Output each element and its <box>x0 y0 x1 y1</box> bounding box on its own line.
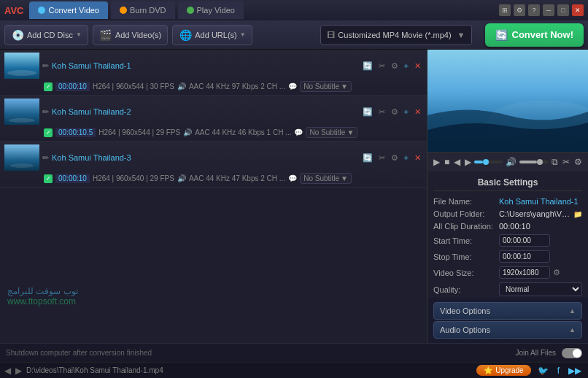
subtitle-selector-2[interactable]: No Subtitle ▼ <box>306 127 357 138</box>
convert-now-button[interactable]: 🔄 Convert Now! <box>485 23 584 47</box>
quality-label: Quality: <box>433 285 499 294</box>
add-cd-label: Add CD Disc <box>27 31 73 39</box>
stop-time-label: Stop Time: <box>433 252 499 261</box>
checkbox-3[interactable]: ✓ <box>44 174 53 183</box>
refresh-icon-3[interactable]: 🔄 <box>361 153 374 163</box>
progress-bar[interactable] <box>474 161 503 163</box>
audio-options-button[interactable]: Audio Options ▲ <box>433 321 582 339</box>
subtitle-icon-1: 💬 <box>288 82 297 90</box>
subtitle-selector-1[interactable]: No Subtitle ▼ <box>300 81 352 92</box>
cut-icon-3[interactable]: ✂ <box>377 153 387 163</box>
gear-icon[interactable]: ⚙ <box>514 4 525 16</box>
file-list: ✏ Koh Samui Thailand-1 🔄 ✂ ⚙ + ✕ ✓ 00:00… <box>0 50 428 343</box>
output-folder-label: Output Folder: <box>433 209 499 218</box>
file-name-3: Koh Samui Thailand-3 <box>52 153 131 162</box>
stop-button[interactable]: ■ <box>443 155 451 169</box>
file-thumbnail-3 <box>4 144 39 171</box>
start-time-label: Start Time: <box>433 236 499 245</box>
join-toggle[interactable] <box>562 348 582 358</box>
audio-3: AAC 44 KHz 47 Kbps 2 CH ... <box>189 174 285 182</box>
preview-image <box>428 50 588 152</box>
add-url-button[interactable]: 🌐 Add URL(s) ▼ <box>172 25 252 45</box>
upgrade-button[interactable]: ⭐ Upgrade <box>476 365 530 376</box>
settings-panel: Basic Settings File Name: Koh Samui Thai… <box>428 171 588 298</box>
format-selector[interactable]: 🎞 Customized MP4 Movie (*.mp4) ▼ <box>320 25 471 45</box>
grid-icon[interactable]: ⊞ <box>499 4 511 16</box>
add-icon-1[interactable]: + <box>403 61 410 71</box>
film-icon: 🎞 <box>327 31 335 39</box>
watermark-arabic: توب سوفت للبرامج <box>7 286 78 296</box>
window-controls: ⊞ ⚙ ? ─ □ ✕ <box>499 4 584 16</box>
add-url-dropdown-icon: ▼ <box>240 31 246 38</box>
edit-icon-1: ✏ <box>42 61 49 71</box>
crop-icon[interactable]: ✂ <box>561 155 571 169</box>
refresh-icon-2[interactable]: 🔄 <box>361 107 374 117</box>
folder-browse-button[interactable]: 📁 <box>573 210 582 218</box>
copy-icon[interactable]: ⧉ <box>550 155 560 169</box>
next-frame-button[interactable]: ▶ <box>463 155 473 169</box>
remove-icon-1[interactable]: ✕ <box>413 61 422 72</box>
forward-button[interactable]: ▶▶ <box>566 366 584 376</box>
scissors-icon-1[interactable]: ⚙ <box>390 61 400 72</box>
refresh-icon-1[interactable]: 🔄 <box>361 61 374 72</box>
svg-point-3 <box>9 118 35 123</box>
duration-1: 00:00:10 <box>55 82 90 91</box>
preview-controls: ▶ ■ ◀ ▶ 🔊 ⧉ ✂ ⚙ <box>428 152 588 171</box>
add-url-icon: 🌐 <box>179 28 192 42</box>
convert-now-label: Convert Now! <box>512 29 574 40</box>
add-video-button[interactable]: 🎬 Add Video(s) <box>93 25 168 45</box>
video-size-gear-icon[interactable]: ⚙ <box>553 268 560 277</box>
minimize-icon[interactable]: ─ <box>543 4 554 16</box>
start-time-row: Start Time: <box>433 234 582 247</box>
stop-time-input[interactable] <box>499 250 550 263</box>
remove-icon-2[interactable]: ✕ <box>413 107 422 117</box>
all-clip-duration-row: All Clip Duration: 00:00:10 <box>433 222 582 231</box>
start-time-input[interactable] <box>499 234 550 247</box>
checkbox-1[interactable]: ✓ <box>44 82 53 91</box>
all-clip-duration-value: 00:00:10 <box>499 222 582 231</box>
twitter-button[interactable]: 🐦 <box>535 366 551 376</box>
scissors-icon-2[interactable]: ⚙ <box>390 107 400 117</box>
remove-icon-3[interactable]: ✕ <box>413 153 422 163</box>
audio-2: AAC 44 KHz 46 Kbps 1 CH ... <box>195 128 291 136</box>
next-nav-button[interactable]: ▶ <box>15 366 22 376</box>
subtitle-icon-3: 💬 <box>288 174 297 182</box>
question-icon[interactable]: ? <box>528 4 540 16</box>
tab-burn-dvd[interactable]: Burn DVD <box>111 1 175 19</box>
tab-convert-video[interactable]: Convert Video <box>29 1 108 19</box>
codec-2: H264 | 960x544 | 29 FPS <box>98 128 180 136</box>
play-video-icon <box>187 7 194 14</box>
checkbox-2[interactable]: ✓ <box>44 128 53 137</box>
prev-frame-button[interactable]: ◀ <box>452 155 462 169</box>
cut-icon-2[interactable]: ✂ <box>377 107 387 117</box>
scissors-icon-3[interactable]: ⚙ <box>390 153 400 163</box>
close-icon[interactable]: ✕ <box>572 4 584 16</box>
audio-icon-3: 🔊 <box>177 174 186 182</box>
video-options-button[interactable]: Video Options ▲ <box>433 302 582 320</box>
video-size-input[interactable] <box>499 266 550 279</box>
file-name-label: File Name: <box>433 197 499 206</box>
cut-icon-1[interactable]: ✂ <box>377 61 387 72</box>
volume-icon[interactable]: 🔊 <box>504 155 518 169</box>
tab-play-video[interactable]: Play Video <box>178 1 244 19</box>
subtitle-value-3: No Subtitle <box>303 174 339 182</box>
upgrade-star-icon: ⭐ <box>484 366 492 374</box>
right-panel: ▶ ■ ◀ ▶ 🔊 ⧉ ✂ ⚙ Basic Settings File Name… <box>428 50 588 343</box>
quality-select[interactable]: Normal <box>499 282 582 296</box>
settings-icon[interactable]: ⚙ <box>573 155 584 169</box>
play-button[interactable]: ▶ <box>432 155 441 169</box>
all-clip-duration-label: All Clip Duration: <box>433 222 499 231</box>
volume-bar[interactable] <box>519 161 549 163</box>
facebook-button[interactable]: f <box>555 366 562 376</box>
output-folder-row: Output Folder: C:\Users\yangh\Videos... … <box>433 209 582 218</box>
format-label: Customized MP4 Movie (*.mp4) <box>338 31 451 39</box>
add-icon-2[interactable]: + <box>403 107 410 117</box>
add-icon-3[interactable]: + <box>403 153 410 163</box>
add-video-icon: 🎬 <box>99 28 112 42</box>
stop-time-row: Stop Time: <box>433 250 582 263</box>
maximize-icon[interactable]: □ <box>557 4 569 16</box>
add-cd-dropdown-icon: ▼ <box>76 31 82 38</box>
subtitle-selector-3[interactable]: No Subtitle ▼ <box>300 173 352 184</box>
prev-nav-button[interactable]: ◀ <box>4 366 11 376</box>
add-cd-button[interactable]: 💿 Add CD Disc ▼ <box>4 25 88 45</box>
